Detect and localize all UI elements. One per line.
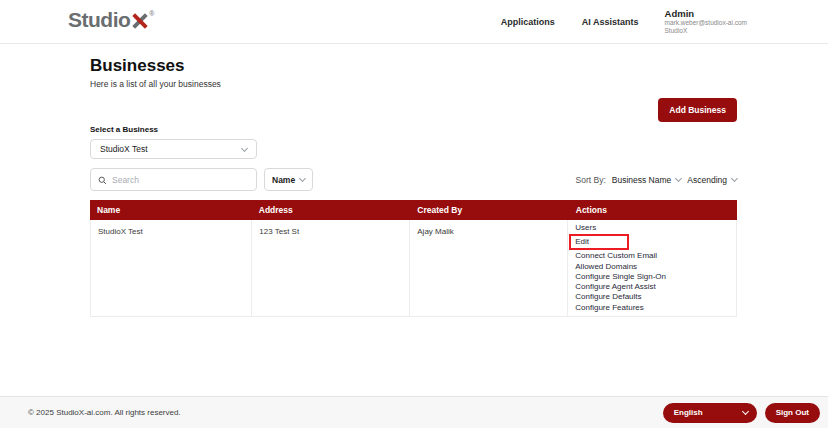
- action-configure-features[interactable]: Configure Features: [575, 303, 643, 313]
- chevron-down-icon: [299, 175, 306, 182]
- sort-direction-select[interactable]: Ascending: [687, 175, 737, 185]
- user-email: mark.weber@studiox-ai.com: [665, 19, 747, 28]
- column-header-created-by: Created By: [410, 205, 569, 215]
- top-header: Studio ® Applications AI Assistants Admi…: [0, 0, 828, 44]
- action-allowed-domains[interactable]: Allowed Domains: [575, 262, 637, 272]
- search-input[interactable]: [112, 175, 249, 185]
- chevron-down-icon: [241, 144, 248, 151]
- page-title: Businesses: [90, 56, 737, 76]
- main-nav: Applications AI Assistants: [501, 17, 639, 27]
- user-menu[interactable]: Admin mark.weber@studiox-ai.com StudioX: [665, 8, 747, 36]
- action-edit[interactable]: Edit: [569, 234, 629, 250]
- sort-by-label: Sort By:: [576, 175, 606, 185]
- column-header-address: Address: [252, 205, 411, 215]
- table-header-row: Name Address Created By Actions: [90, 200, 737, 220]
- table-row: StudioX Test 123 Test St Ajay Malik User…: [90, 220, 737, 317]
- sign-out-button[interactable]: Sign Out: [765, 403, 820, 423]
- search-icon: [98, 171, 107, 189]
- page-footer: © 2025 StudioX-ai.com. All rights reserv…: [0, 396, 828, 428]
- action-configure-single-sign-on[interactable]: Configure Single Sign-On: [575, 272, 666, 282]
- page-subtitle: Here is a list of all your businesses: [90, 79, 737, 89]
- sort-direction-value: Ascending: [687, 175, 727, 185]
- search-box: [90, 168, 257, 191]
- language-value: English: [674, 408, 703, 417]
- action-connect-custom-email[interactable]: Connect Custom Email: [575, 251, 657, 261]
- registered-mark: ®: [149, 10, 154, 17]
- user-name: Admin: [665, 8, 747, 19]
- search-field-select[interactable]: Name: [264, 168, 313, 191]
- chevron-down-icon: [731, 175, 738, 182]
- logo-text: Studio: [68, 9, 130, 31]
- businesses-table: Name Address Created By Actions StudioX …: [90, 200, 737, 317]
- add-business-button[interactable]: Add Business: [658, 98, 737, 122]
- user-org: StudioX: [665, 27, 747, 36]
- column-header-actions: Actions: [569, 205, 737, 215]
- chevron-down-icon: [675, 175, 682, 182]
- select-business-label: Select a Business: [90, 125, 737, 134]
- studiox-logo[interactable]: Studio ®: [68, 9, 155, 34]
- sort-field-value: Business Name: [612, 175, 672, 185]
- nav-ai-assistants[interactable]: AI Assistants: [582, 17, 639, 27]
- copyright-text: © 2025 StudioX-ai.com. All rights reserv…: [28, 408, 181, 417]
- sort-field-select[interactable]: Business Name: [612, 175, 682, 185]
- column-header-name: Name: [90, 205, 252, 215]
- main-content: Businesses Here is a list of all your bu…: [0, 44, 828, 396]
- logo-x-icon: [131, 12, 149, 34]
- action-configure-agent-assist[interactable]: Configure Agent Assist: [575, 282, 656, 292]
- cell-business-name: StudioX Test: [91, 220, 252, 316]
- search-field-value: Name: [272, 175, 295, 185]
- sort-controls: Sort By: Business Name Ascending: [576, 175, 737, 185]
- cell-created-by: Ajay Malik: [410, 220, 568, 316]
- business-select-value: StudioX Test: [100, 144, 148, 154]
- cell-actions: Users Edit Connect Custom Email Allowed …: [568, 220, 736, 316]
- language-select[interactable]: English: [663, 403, 757, 423]
- business-select[interactable]: StudioX Test: [90, 139, 257, 159]
- cell-address: 123 Test St: [252, 220, 410, 316]
- action-configure-defaults[interactable]: Configure Defaults: [575, 292, 641, 302]
- action-users[interactable]: Users: [575, 223, 596, 233]
- chevron-down-icon: [742, 408, 749, 415]
- nav-applications[interactable]: Applications: [501, 17, 555, 27]
